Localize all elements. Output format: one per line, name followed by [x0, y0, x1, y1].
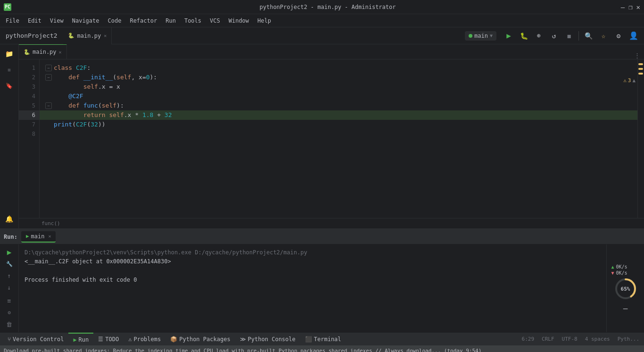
notifications-icon[interactable]: 🔔: [2, 211, 17, 226]
run-content: ▶ 🔧 ↑ ↓ ≡ ⚙ 🗑 D:\qycache\pythonProject2\…: [0, 244, 644, 332]
menu-view[interactable]: View: [46, 16, 67, 25]
tab-version-control[interactable]: ⑂ Version Control: [3, 333, 68, 346]
fold-5[interactable]: −: [45, 102, 52, 109]
indent-info: 4 spaces: [583, 336, 612, 342]
warning-hint-1: [638, 63, 643, 65]
tab-python-packages[interactable]: 📦 Python Packages: [165, 333, 235, 346]
speed-indicator: ▲ 0K/s ▼ 0K/s: [611, 264, 640, 276]
encoding: UTF-8: [560, 336, 579, 342]
run-output-line-1: <__main__.C2F object at 0x000002E35A14A8…: [25, 257, 601, 266]
run-config[interactable]: main ▼: [465, 31, 496, 41]
download-row: ▼ 0K/s: [611, 270, 640, 276]
line-num-6: 6: [19, 110, 39, 120]
line-num-8: 8: [19, 129, 35, 139]
menu-navigate[interactable]: Navigate: [68, 16, 103, 25]
menu-refactor[interactable]: Refactor: [126, 16, 161, 25]
tab-terminal[interactable]: ⬛ Terminal: [300, 333, 346, 346]
python-file-icon: 🐍: [68, 33, 74, 39]
bookmark-side-icon[interactable]: 🔖: [2, 78, 17, 93]
expand-warnings[interactable]: ▲: [632, 77, 636, 84]
search-button[interactable]: 🔍: [582, 29, 595, 42]
collapse-run-panel[interactable]: —: [623, 304, 628, 313]
run-pin-button[interactable]: ↓: [3, 283, 16, 293]
line-num-4: 4: [19, 92, 35, 101]
run-button[interactable]: ▶: [502, 29, 515, 42]
run-tab-main[interactable]: ▶ main ✕: [21, 231, 56, 243]
fold-2[interactable]: −: [45, 74, 52, 81]
settings-button[interactable]: ⚙: [612, 29, 625, 42]
run-stop-button[interactable]: ↑: [3, 271, 16, 281]
debug-button[interactable]: 🐛: [517, 29, 530, 42]
file-tab[interactable]: 🐍 main.py ✕: [63, 27, 112, 44]
code-content[interactable]: − class C2F: − def __init__(self, x=0): …: [40, 59, 637, 218]
line-numbers: 1 2 3 4 5 6 7 8: [19, 59, 40, 218]
user-icon[interactable]: 👤: [627, 29, 640, 42]
bottom-right-info: 6:29 CRLF UTF-8 4 spaces Pyth...: [520, 336, 641, 342]
warning-hint-3: [638, 73, 643, 75]
menu-window[interactable]: Window: [225, 16, 253, 25]
coverage-button[interactable]: ⊕: [532, 29, 545, 42]
window-controls: — ❐ ✕: [621, 3, 640, 11]
menu-code[interactable]: Code: [104, 16, 125, 25]
app-icon: PC: [4, 3, 11, 11]
packages-label: Python Packages: [179, 336, 230, 343]
fold-1[interactable]: −: [45, 65, 52, 71]
code-line-1: − class C2F:: [45, 63, 637, 73]
editor-tab-close[interactable]: ✕: [59, 50, 62, 55]
editor-tab-main[interactable]: 🐍 main.py ✕: [19, 44, 67, 59]
structure-icon[interactable]: ≡: [2, 62, 17, 77]
tab-problems[interactable]: ⚠ Problems: [124, 333, 165, 346]
menu-edit[interactable]: Edit: [24, 16, 45, 25]
code-line-7: print(C2F(32)): [45, 120, 637, 129]
tab-run[interactable]: ▶ Run: [68, 333, 93, 346]
minimize-button[interactable]: —: [621, 3, 625, 11]
run-tab-close[interactable]: ✕: [48, 234, 51, 239]
toolbar-separator-1: [578, 31, 579, 41]
run-output: D:\qycache\pythonProject2\venv\Scripts\p…: [19, 244, 606, 332]
run-rerun-button[interactable]: 🔧: [3, 259, 16, 269]
run-clear-button[interactable]: 🗑: [3, 319, 16, 329]
run-finish-line: Process finished with exit code 0: [25, 276, 601, 285]
run-again-button[interactable]: ▶: [3, 247, 16, 257]
run-tab-label: main: [31, 233, 45, 240]
file-tab-close[interactable]: ✕: [104, 33, 107, 38]
run-filter-button[interactable]: ≡: [3, 296, 16, 306]
run-settings-button[interactable]: ⚙: [3, 308, 16, 318]
menu-vcs[interactable]: VCS: [206, 16, 224, 25]
title-text: pythonProject2 - main.py - Administrator: [15, 4, 640, 10]
version-control-label: Version Control: [13, 336, 64, 343]
scrollbar-hints: [637, 59, 644, 218]
line-num-7: 7: [19, 120, 35, 129]
run-config-dropdown[interactable]: ▼: [490, 33, 493, 38]
right-toolbar: main ▼ ▶ 🐛 ⊕ ↺ ◼ 🔍 ☆ ⚙ 👤: [465, 29, 644, 42]
line-num-5: 5: [19, 101, 35, 110]
tab-more[interactable]: ⋮: [630, 52, 644, 59]
code-line-4: @C2F: [45, 92, 637, 101]
todo-icon: ☰: [98, 336, 103, 343]
stop-button[interactable]: ◼: [562, 29, 576, 42]
code-line-5: − def func(self):: [45, 101, 637, 110]
editor-tab-label: main.py: [33, 49, 57, 55]
rerun-button[interactable]: ↺: [547, 29, 561, 42]
tab-todo[interactable]: ☰ TODO: [93, 333, 124, 346]
tab-python-console[interactable]: ≫ Python Console: [235, 333, 300, 346]
menu-help[interactable]: Help: [254, 16, 275, 25]
menu-tools[interactable]: Tools: [181, 16, 205, 25]
console-icon: ≫: [240, 336, 246, 343]
bookmark-button[interactable]: ☆: [597, 29, 610, 42]
warning-hint-2: [638, 68, 643, 70]
bottom-tabs-bar: ⑂ Version Control ▶ Run ☰ TODO ⚠ Problem…: [0, 332, 644, 345]
project-panel-icon[interactable]: 📁: [2, 46, 17, 61]
run-cmd-line: D:\qycache\pythonProject2\venv\Scripts\p…: [25, 248, 601, 257]
menu-file[interactable]: File: [2, 16, 23, 25]
run-config-label: main: [474, 33, 488, 39]
menu-run[interactable]: Run: [162, 16, 180, 25]
run-label-bottom: Run: [79, 336, 89, 343]
editor-area: 🐍 main.py ✕ ⋮ ⚠ 3 ▲ 1 2 3 4 5 6 7 8: [19, 44, 644, 228]
file-tab-label: main.py: [77, 33, 101, 39]
run-panel: Run: ▶ main ✕ ▶ 🔧 ↑ ↓ ≡ ⚙ 🗑 D:\qycache\p…: [0, 228, 644, 332]
breadcrumb-bar: func(): [19, 218, 644, 228]
maximize-button[interactable]: ❐: [628, 3, 632, 11]
cpu-percent-text: 65%: [621, 285, 630, 292]
close-button[interactable]: ✕: [636, 3, 640, 11]
